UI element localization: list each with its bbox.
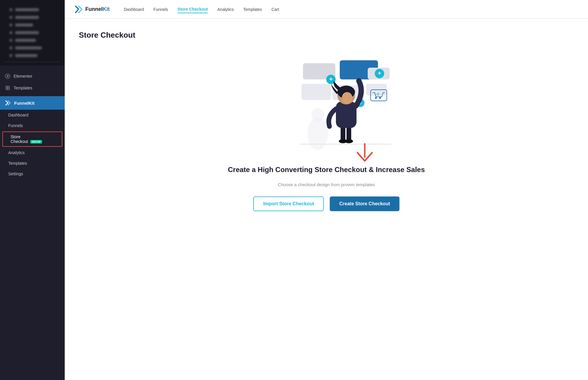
topnav-nav-store-checkout[interactable]: Store Checkout — [177, 6, 208, 13]
svg-point-0 — [5, 74, 10, 79]
topnav-logo-text: FunnelKit — [85, 6, 110, 12]
svg-point-16 — [375, 97, 377, 99]
svg-point-30 — [311, 108, 324, 121]
topnav-nav-analytics[interactable]: Analytics — [217, 6, 234, 13]
cta-heading: Create a High Converting Store Checkout … — [228, 166, 425, 174]
blurred-item-2 — [5, 14, 60, 21]
page-title: Store Checkout — [79, 31, 574, 40]
sidebar-item-elementor[interactable]: Elementor — [0, 70, 65, 82]
blurred-item-6 — [5, 44, 60, 52]
sidebar-item-store-checkout[interactable]: StoreCheckout SETUP — [2, 131, 62, 147]
sidebar-item-dashboard[interactable]: Dashboard — [0, 110, 65, 120]
sidebar-item-templates[interactable]: Templates — [0, 82, 65, 94]
sidebar-blurred-section — [5, 4, 60, 62]
blurred-item-7 — [5, 52, 60, 59]
templates-icon — [5, 85, 11, 91]
blurred-item-3 — [5, 21, 60, 29]
svg-text:+: + — [378, 70, 381, 76]
cta-subtext: Choose a checkout design from proven tem… — [278, 182, 375, 187]
svg-text:+: + — [377, 93, 379, 96]
svg-rect-5 — [302, 84, 331, 100]
svg-text:+: + — [329, 76, 333, 82]
svg-rect-1 — [7, 75, 7, 78]
hero-illustration-svg: + + + + — [256, 51, 397, 151]
blurred-item-4 — [5, 29, 60, 36]
sidebar-sub-items: Dashboard Funnels StoreCheckout SETUP An… — [0, 110, 65, 179]
blurred-item-1 — [5, 6, 60, 14]
topnav-nav-cart[interactable]: Cart — [271, 6, 279, 13]
setup-badge: SETUP — [30, 140, 42, 144]
main-wrapper: FunnelKit Dashboard Funnels Store Checko… — [65, 0, 588, 380]
sidebar-item-settings[interactable]: Settings — [0, 169, 65, 179]
elementor-icon — [5, 73, 11, 79]
topnav-logo-icon — [74, 5, 84, 14]
topnav-nav-funnels[interactable]: Funnels — [154, 6, 168, 13]
cta-buttons: Import Store Checkout Create Store Check… — [253, 196, 399, 211]
sidebar-item-elementor-label: Elementor — [14, 74, 32, 79]
sidebar-item-funnels[interactable]: Funnels — [0, 120, 65, 131]
sidebar-item-analytics[interactable]: Analytics — [0, 147, 65, 158]
illustration-container: + + + + — [79, 51, 574, 211]
topnav-nav-dashboard[interactable]: Dashboard — [124, 6, 144, 13]
sidebar-top — [0, 0, 65, 66]
topnav: FunnelKit Dashboard Funnels Store Checko… — [65, 0, 588, 19]
svg-rect-2 — [8, 75, 9, 78]
svg-point-27 — [342, 92, 352, 104]
blurred-item-5 — [5, 36, 60, 44]
sidebar-item-templates-sub[interactable]: Templates — [0, 158, 65, 169]
topnav-nav-templates[interactable]: Templates — [243, 6, 262, 13]
import-store-checkout-button[interactable]: Import Store Checkout — [253, 196, 324, 211]
sidebar-funnelkit-header[interactable]: FunnelKit — [0, 96, 65, 110]
sidebar-plugins-section: Elementor Templates — [0, 66, 65, 96]
topnav-logo: FunnelKit — [74, 5, 110, 14]
svg-point-17 — [379, 97, 381, 99]
content-area: Store Checkout + + — [65, 19, 588, 380]
illustration: + + + + — [256, 51, 397, 151]
sidebar: Elementor Templates FunnelKit Dashboard … — [0, 0, 65, 380]
sidebar-item-templates-label: Templates — [14, 86, 32, 90]
create-store-checkout-button[interactable]: Create Store Checkout — [330, 196, 399, 211]
sidebar-funnelkit-label: FunnelKit — [14, 101, 34, 106]
svg-point-29 — [307, 118, 328, 150]
arrow-svg — [350, 141, 379, 164]
